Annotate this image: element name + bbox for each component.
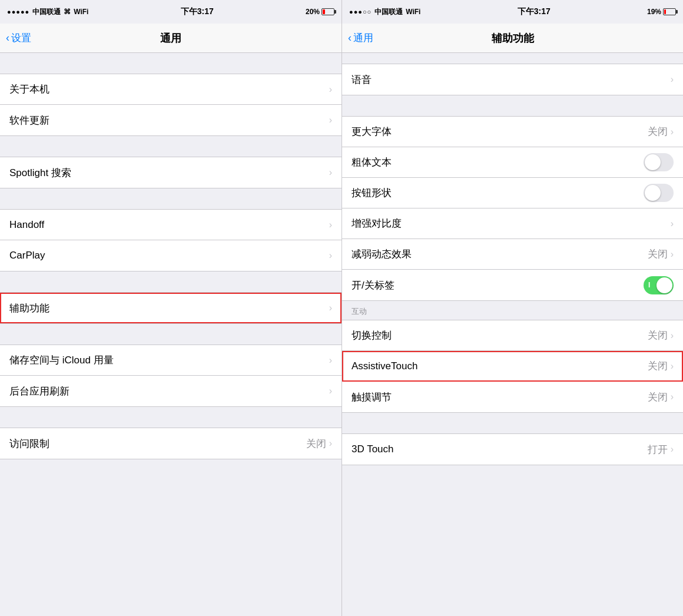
- item-touch-accom-chevron: ›: [671, 392, 674, 402]
- item-storage[interactable]: 储存空间与 iCloud 用量 ›: [0, 345, 342, 376]
- right-nav-back[interactable]: ‹ 通用: [348, 31, 373, 45]
- left-status-bar: ●●●●● 中国联通 ⌘︎ WiFi 下午3:17 20%: [0, 0, 342, 24]
- item-3dtouch-chevron: ›: [671, 444, 674, 455]
- item-button-shapes[interactable]: 按钮形状: [342, 178, 683, 208]
- item-reduce-motion-chevron: ›: [671, 249, 674, 260]
- item-spotlight[interactable]: Spotlight 搜索 ›: [0, 157, 342, 188]
- right-carrier: 中国联通: [374, 7, 403, 17]
- item-carplay[interactable]: CarPlay ›: [0, 240, 342, 271]
- left-settings-content: 关于本机 › 软件更新 › Spotlight 搜索 ›: [0, 53, 342, 616]
- item-restrictions-value: 关闭: [306, 437, 326, 451]
- right-group-3dtouch: 3D Touch 打开 ›: [342, 433, 683, 465]
- section-header-interaction-label: 互动: [352, 306, 367, 317]
- left-battery-fill: [323, 9, 325, 14]
- right-signal: ●●●○○: [349, 8, 372, 15]
- left-wifi-icon: ⌘︎: [64, 8, 71, 16]
- item-touch-accom-value: 关闭: [648, 390, 668, 404]
- toggle-knob: [645, 154, 661, 170]
- item-carplay-chevron: ›: [329, 250, 332, 261]
- item-bg-refresh-chevron: ›: [329, 386, 332, 396]
- item-3dtouch[interactable]: 3D Touch 打开 ›: [342, 434, 683, 465]
- item-accessibility-chevron: ›: [329, 303, 332, 313]
- left-time: 下午3:17: [181, 6, 214, 17]
- item-touch-accom-label: 触摸调节: [352, 390, 392, 404]
- item-switch-control-right: 关闭 ›: [648, 329, 674, 342]
- item-bold-text-toggle[interactable]: [644, 153, 674, 171]
- item-software-update[interactable]: 软件更新 ›: [0, 105, 342, 135]
- item-voice-label: 语音: [352, 73, 372, 87]
- item-software-update-label: 软件更新: [9, 114, 49, 127]
- right-battery: 19%: [647, 8, 676, 16]
- item-handoff-label: Handoff: [9, 219, 44, 231]
- right-status-bar: ●●●○○ 中国联通 WiFi 下午3:17 19%: [342, 0, 683, 24]
- item-switch-control-label: 切换控制: [352, 329, 392, 342]
- gap3: [0, 188, 342, 209]
- item-bg-refresh[interactable]: 后台应用刷新 ›: [0, 376, 342, 406]
- item-about[interactable]: 关于本机 ›: [0, 74, 342, 105]
- item-handoff[interactable]: Handoff ›: [0, 210, 342, 240]
- right-back-label: 通用: [353, 31, 373, 45]
- item-assistivetouch-chevron: ›: [671, 361, 674, 372]
- item-button-shapes-right: [644, 184, 674, 202]
- item-voice[interactable]: 语音 ›: [342, 64, 683, 95]
- item-software-update-chevron: ›: [329, 115, 332, 125]
- item-assistivetouch-value: 关闭: [648, 359, 668, 373]
- item-bold-text[interactable]: 粗体文本: [342, 147, 683, 178]
- item-switch-control[interactable]: 切换控制 关闭 ›: [342, 320, 683, 351]
- gap6: [0, 407, 342, 428]
- left-battery-percent: 20%: [306, 8, 320, 16]
- left-back-chevron-icon: ‹: [6, 32, 9, 44]
- item-reduce-motion[interactable]: 减弱动态效果 关闭 ›: [342, 239, 683, 270]
- right-battery-fill: [664, 9, 666, 14]
- item-assistivetouch[interactable]: AssistiveTouch 关闭 ›: [342, 351, 683, 382]
- item-larger-text[interactable]: 更大字体 关闭 ›: [342, 117, 683, 147]
- left-signal: ●●●●●: [7, 8, 29, 15]
- left-nav-bar: ‹ 设置 通用: [0, 24, 342, 53]
- item-storage-chevron: ›: [329, 355, 332, 366]
- item-reduce-motion-label: 减弱动态效果: [352, 247, 412, 261]
- right-battery-percent: 19%: [647, 8, 661, 16]
- right-settings-content: 语音 › 更大字体 关闭 › 粗体文本: [342, 53, 683, 616]
- right-nav-bar: ‹ 通用 辅助功能: [342, 24, 683, 53]
- gap1: [0, 53, 342, 74]
- group-about: 关于本机 › 软件更新 ›: [0, 74, 342, 136]
- item-assistivetouch-label: AssistiveTouch: [352, 360, 417, 372]
- gap5: [0, 324, 342, 345]
- right-back-chevron-icon: ‹: [348, 32, 352, 44]
- item-larger-text-chevron: ›: [671, 127, 674, 137]
- group-storage: 储存空间与 iCloud 用量 › 后台应用刷新 ›: [0, 345, 342, 407]
- item-button-shapes-label: 按钮形状: [352, 186, 392, 200]
- item-accessibility[interactable]: 辅助功能 ›: [0, 293, 342, 323]
- item-storage-right: ›: [329, 355, 332, 366]
- group-accessibility: 辅助功能 ›: [0, 292, 342, 324]
- item-touch-accom-right: 关闭 ›: [648, 390, 674, 404]
- left-carrier: 中国联通: [32, 7, 61, 17]
- item-restrictions-label: 访问限制: [9, 437, 49, 451]
- item-on-off-labels[interactable]: 开/关标签 I: [342, 270, 683, 300]
- item-contrast[interactable]: 增强对比度 ›: [342, 208, 683, 239]
- item-about-chevron: ›: [329, 84, 332, 95]
- item-switch-control-value: 关闭: [648, 329, 668, 342]
- right-gap2: [342, 95, 683, 116]
- right-gap3: [342, 413, 683, 433]
- item-on-off-labels-toggle[interactable]: I: [644, 276, 674, 294]
- right-time: 下午3:17: [518, 6, 551, 17]
- left-nav-back[interactable]: ‹ 设置: [6, 31, 31, 45]
- item-spotlight-right: ›: [329, 167, 332, 178]
- left-battery: 20%: [306, 8, 334, 16]
- left-wifi-label: WiFi: [74, 8, 88, 16]
- left-back-label: 设置: [11, 31, 31, 45]
- item-voice-right: ›: [671, 74, 674, 85]
- item-carplay-label: CarPlay: [9, 250, 45, 261]
- item-touch-accom[interactable]: 触摸调节 关闭 ›: [342, 382, 683, 412]
- gap4: [0, 271, 342, 292]
- right-status-left: ●●●○○ 中国联通 WiFi: [349, 7, 420, 17]
- item-about-label: 关于本机: [9, 82, 49, 96]
- right-nav-title: 辅助功能: [492, 31, 534, 45]
- right-phone-panel: ●●●○○ 中国联通 WiFi 下午3:17 19% ‹ 通用 辅助功能 语音 …: [342, 0, 683, 616]
- left-status-left: ●●●●● 中国联通 ⌘︎ WiFi: [7, 7, 88, 17]
- item-button-shapes-toggle[interactable]: [644, 184, 674, 202]
- item-accessibility-label: 辅助功能: [9, 302, 49, 315]
- item-restrictions[interactable]: 访问限制 关闭 ›: [0, 428, 342, 459]
- item-bold-text-right: [644, 153, 674, 171]
